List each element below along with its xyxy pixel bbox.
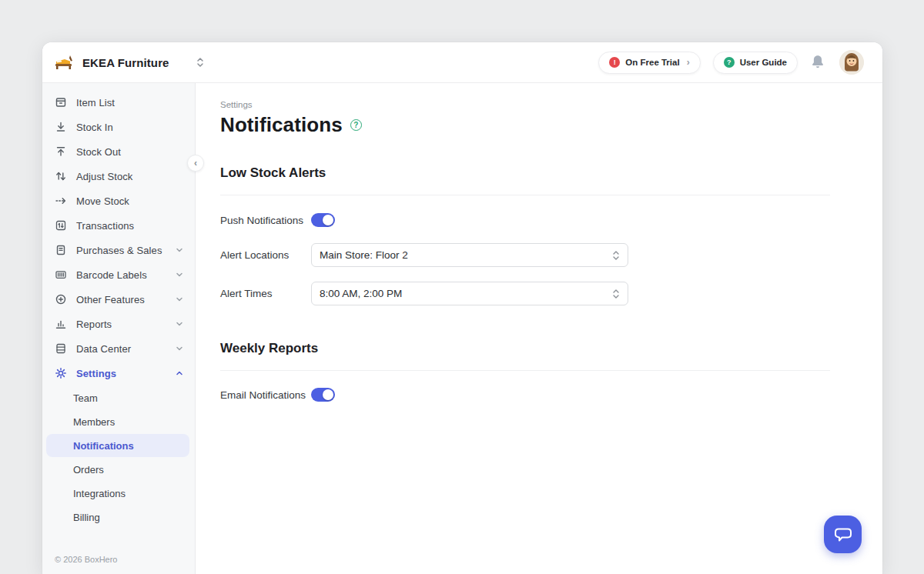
copyright-text: © 2026 BoxHero: [55, 555, 118, 564]
adjust-stock-icon: [55, 170, 67, 182]
sidebar-subitem-billing[interactable]: Billing: [46, 506, 189, 529]
sidebar-subitem-label: Notifications: [73, 440, 134, 452]
select-stepper-icon: [611, 288, 621, 300]
section-divider: [220, 370, 830, 371]
alert-locations-value: Main Store: Floor 2: [320, 249, 408, 261]
free-trial-button[interactable]: ! On Free Trial ›: [598, 52, 700, 74]
main-content: Settings Notifications ? Low Stock Alert…: [196, 83, 882, 574]
email-notifications-toggle[interactable]: [311, 388, 335, 402]
toggle-knob: [323, 389, 333, 400]
sidebar-item-adjust-stock[interactable]: Adjust Stock: [42, 164, 195, 189]
chevron-down-icon: [175, 245, 184, 255]
sidebar-item-stock-in[interactable]: Stock In: [42, 115, 195, 139]
transactions-icon: [55, 219, 67, 232]
sidebar-subitem-label: Billing: [73, 512, 100, 523]
sidebar-item-label: Settings: [76, 368, 116, 379]
stock-out-icon: [55, 145, 67, 158]
workspace-logo-bed-icon: [52, 52, 75, 72]
sidebar-subitem-notifications[interactable]: Notifications: [46, 434, 189, 457]
sidebar-item-label: Transactions: [76, 220, 134, 232]
toggle-knob: [323, 215, 333, 225]
sidebar-subitem-team[interactable]: Team: [46, 386, 189, 409]
section-heading-weekly-reports: Weekly Reports: [220, 341, 830, 356]
sidebar-item-barcode-labels[interactable]: Barcode Labels: [42, 262, 195, 287]
alert-circle-red-icon: !: [609, 57, 620, 68]
user-guide-label: User Guide: [740, 58, 787, 67]
other-features-icon: [55, 293, 67, 305]
item-list-icon: [55, 96, 67, 108]
question-circle-green-icon: ?: [724, 57, 735, 68]
move-stock-icon: [55, 195, 67, 207]
chevron-right-icon: ›: [687, 57, 690, 68]
breadcrumb: Settings: [220, 100, 830, 109]
workspace-switcher-icon[interactable]: [196, 57, 205, 68]
sidebar-item-label: Adjust Stock: [76, 171, 132, 182]
sidebar-subitem-orders[interactable]: Orders: [46, 458, 189, 481]
stock-in-icon: [55, 121, 67, 133]
sidebar-item-data-center[interactable]: Data Center: [42, 336, 195, 361]
email-notifications-label: Email Notifications: [220, 389, 311, 401]
select-stepper-icon: [611, 249, 621, 262]
push-notifications-toggle[interactable]: [311, 213, 335, 227]
help-chat-button[interactable]: [824, 516, 862, 553]
sidebar-item-purchases-sales[interactable]: Purchases & Sales: [42, 238, 195, 262]
app-window: EKEA Furniture ! On Free Trial › ? User …: [42, 42, 882, 574]
alert-locations-label: Alert Locations: [220, 249, 311, 261]
sidebar-subitem-members[interactable]: Members: [46, 410, 189, 433]
chevron-up-icon: [175, 369, 184, 378]
sidebar-item-label: Item List: [76, 97, 115, 108]
sidebar-subitem-label: Integrations: [73, 488, 126, 499]
title-help-icon[interactable]: ?: [350, 119, 362, 131]
user-avatar[interactable]: [839, 50, 864, 75]
user-guide-button[interactable]: ? User Guide: [713, 52, 798, 74]
purchases-sales-icon: [55, 244, 67, 256]
alert-times-value: 8:00 AM, 2:00 PM: [320, 288, 402, 299]
barcode-labels-icon: [55, 269, 67, 281]
sidebar-nav: Item List Stock In Stock Out: [42, 83, 196, 574]
sidebar-item-move-stock[interactable]: Move Stock: [42, 189, 195, 213]
sidebar-item-label: Reports: [76, 319, 112, 330]
settings-gear-icon: [55, 367, 67, 379]
top-header: EKEA Furniture ! On Free Trial › ? User …: [42, 42, 882, 83]
sidebar-item-label: Data Center: [76, 343, 131, 355]
sidebar-item-label: Purchases & Sales: [76, 245, 162, 256]
reports-icon: [55, 318, 67, 330]
sidebar-item-other-features[interactable]: Other Features: [42, 287, 195, 312]
alert-times-label: Alert Times: [220, 288, 311, 299]
chevron-down-icon: [175, 270, 184, 279]
data-center-icon: [55, 342, 67, 355]
collapse-sidebar-button[interactable]: ‹: [187, 155, 204, 172]
sidebar-subitem-label: Team: [73, 392, 98, 404]
sidebar-item-label: Move Stock: [76, 195, 129, 207]
sidebar-item-settings[interactable]: Settings: [42, 361, 195, 385]
push-notifications-label: Push Notifications: [220, 215, 311, 226]
section-heading-low-stock-alerts: Low Stock Alerts: [220, 165, 830, 181]
page-title: Notifications: [220, 113, 343, 137]
section-divider: [220, 195, 830, 195]
alert-locations-select[interactable]: Main Store: Floor 2: [311, 243, 628, 267]
chevron-down-icon: [175, 319, 184, 329]
sidebar-subitem-integrations[interactable]: Integrations: [46, 482, 189, 505]
chevron-down-icon: [175, 295, 184, 304]
sidebar-item-label: Other Features: [76, 294, 145, 305]
sidebar-item-transactions[interactable]: Transactions: [42, 213, 195, 238]
sidebar-item-label: Barcode Labels: [76, 269, 147, 281]
chevron-down-icon: [175, 344, 184, 353]
sidebar-item-stock-out[interactable]: Stock Out: [42, 139, 195, 164]
sidebar-item-reports[interactable]: Reports: [42, 312, 195, 336]
sidebar-item-label: Stock In: [76, 122, 113, 133]
workspace-name: EKEA Furniture: [82, 56, 169, 69]
sidebar-subitem-label: Members: [73, 416, 115, 428]
alert-times-select[interactable]: 8:00 AM, 2:00 PM: [311, 282, 628, 305]
sidebar-item-label: Stock Out: [76, 146, 121, 158]
sidebar-subitem-label: Orders: [73, 464, 104, 476]
free-trial-label: On Free Trial: [625, 58, 679, 67]
notifications-bell-icon[interactable]: [810, 53, 827, 72]
sidebar-item-item-list[interactable]: Item List: [42, 90, 195, 115]
